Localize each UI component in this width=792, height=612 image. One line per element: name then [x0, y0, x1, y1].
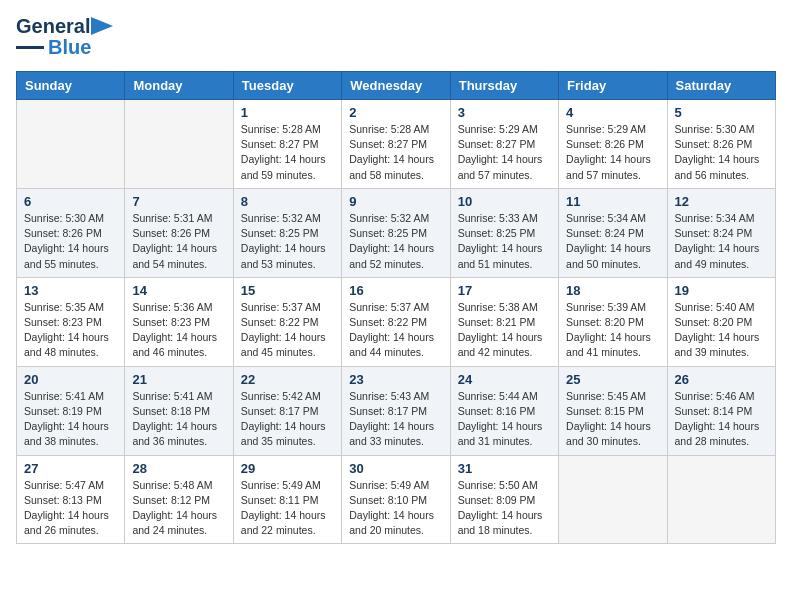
day-info: Sunrise: 5:28 AMSunset: 8:27 PMDaylight:… — [241, 122, 334, 183]
calendar-day-cell: 17Sunrise: 5:38 AMSunset: 8:21 PMDayligh… — [450, 277, 558, 366]
day-number: 1 — [241, 105, 334, 120]
day-number: 25 — [566, 372, 659, 387]
day-info: Sunrise: 5:29 AMSunset: 8:26 PMDaylight:… — [566, 122, 659, 183]
day-info: Sunrise: 5:46 AMSunset: 8:14 PMDaylight:… — [675, 389, 768, 450]
day-number: 15 — [241, 283, 334, 298]
column-header-friday: Friday — [559, 72, 667, 100]
calendar-day-cell: 16Sunrise: 5:37 AMSunset: 8:22 PMDayligh… — [342, 277, 450, 366]
day-info: Sunrise: 5:41 AMSunset: 8:18 PMDaylight:… — [132, 389, 225, 450]
calendar-day-cell: 4Sunrise: 5:29 AMSunset: 8:26 PMDaylight… — [559, 100, 667, 189]
calendar-day-cell: 2Sunrise: 5:28 AMSunset: 8:27 PMDaylight… — [342, 100, 450, 189]
calendar-day-cell — [125, 100, 233, 189]
calendar-day-cell — [559, 455, 667, 544]
calendar-day-cell: 24Sunrise: 5:44 AMSunset: 8:16 PMDayligh… — [450, 366, 558, 455]
day-number: 2 — [349, 105, 442, 120]
calendar-week-row: 27Sunrise: 5:47 AMSunset: 8:13 PMDayligh… — [17, 455, 776, 544]
logo-icon — [91, 17, 113, 35]
day-number: 19 — [675, 283, 768, 298]
logo-blue: Blue — [48, 36, 91, 59]
calendar-day-cell: 3Sunrise: 5:29 AMSunset: 8:27 PMDaylight… — [450, 100, 558, 189]
day-number: 26 — [675, 372, 768, 387]
day-info: Sunrise: 5:48 AMSunset: 8:12 PMDaylight:… — [132, 478, 225, 539]
calendar-day-cell — [17, 100, 125, 189]
day-info: Sunrise: 5:45 AMSunset: 8:15 PMDaylight:… — [566, 389, 659, 450]
day-info: Sunrise: 5:44 AMSunset: 8:16 PMDaylight:… — [458, 389, 551, 450]
column-header-sunday: Sunday — [17, 72, 125, 100]
day-number: 23 — [349, 372, 442, 387]
day-info: Sunrise: 5:35 AMSunset: 8:23 PMDaylight:… — [24, 300, 117, 361]
day-number: 17 — [458, 283, 551, 298]
svg-marker-0 — [91, 17, 113, 35]
day-number: 24 — [458, 372, 551, 387]
calendar-day-cell: 6Sunrise: 5:30 AMSunset: 8:26 PMDaylight… — [17, 188, 125, 277]
calendar-day-cell: 15Sunrise: 5:37 AMSunset: 8:22 PMDayligh… — [233, 277, 341, 366]
column-header-monday: Monday — [125, 72, 233, 100]
day-info: Sunrise: 5:38 AMSunset: 8:21 PMDaylight:… — [458, 300, 551, 361]
calendar-day-cell: 22Sunrise: 5:42 AMSunset: 8:17 PMDayligh… — [233, 366, 341, 455]
day-number: 27 — [24, 461, 117, 476]
day-info: Sunrise: 5:34 AMSunset: 8:24 PMDaylight:… — [566, 211, 659, 272]
logo-general: General — [16, 16, 90, 36]
calendar-day-cell: 23Sunrise: 5:43 AMSunset: 8:17 PMDayligh… — [342, 366, 450, 455]
day-number: 21 — [132, 372, 225, 387]
day-number: 9 — [349, 194, 442, 209]
day-info: Sunrise: 5:34 AMSunset: 8:24 PMDaylight:… — [675, 211, 768, 272]
day-info: Sunrise: 5:49 AMSunset: 8:10 PMDaylight:… — [349, 478, 442, 539]
column-header-wednesday: Wednesday — [342, 72, 450, 100]
day-number: 31 — [458, 461, 551, 476]
day-info: Sunrise: 5:30 AMSunset: 8:26 PMDaylight:… — [24, 211, 117, 272]
day-info: Sunrise: 5:36 AMSunset: 8:23 PMDaylight:… — [132, 300, 225, 361]
calendar-day-cell: 28Sunrise: 5:48 AMSunset: 8:12 PMDayligh… — [125, 455, 233, 544]
day-number: 10 — [458, 194, 551, 209]
day-number: 22 — [241, 372, 334, 387]
day-number: 11 — [566, 194, 659, 209]
day-number: 28 — [132, 461, 225, 476]
day-info: Sunrise: 5:43 AMSunset: 8:17 PMDaylight:… — [349, 389, 442, 450]
day-info: Sunrise: 5:29 AMSunset: 8:27 PMDaylight:… — [458, 122, 551, 183]
day-info: Sunrise: 5:49 AMSunset: 8:11 PMDaylight:… — [241, 478, 334, 539]
column-header-tuesday: Tuesday — [233, 72, 341, 100]
calendar-day-cell: 10Sunrise: 5:33 AMSunset: 8:25 PMDayligh… — [450, 188, 558, 277]
day-info: Sunrise: 5:50 AMSunset: 8:09 PMDaylight:… — [458, 478, 551, 539]
calendar-day-cell: 19Sunrise: 5:40 AMSunset: 8:20 PMDayligh… — [667, 277, 775, 366]
day-number: 12 — [675, 194, 768, 209]
day-info: Sunrise: 5:47 AMSunset: 8:13 PMDaylight:… — [24, 478, 117, 539]
calendar-day-cell: 18Sunrise: 5:39 AMSunset: 8:20 PMDayligh… — [559, 277, 667, 366]
calendar-day-cell: 11Sunrise: 5:34 AMSunset: 8:24 PMDayligh… — [559, 188, 667, 277]
day-number: 20 — [24, 372, 117, 387]
day-info: Sunrise: 5:28 AMSunset: 8:27 PMDaylight:… — [349, 122, 442, 183]
day-info: Sunrise: 5:40 AMSunset: 8:20 PMDaylight:… — [675, 300, 768, 361]
day-info: Sunrise: 5:33 AMSunset: 8:25 PMDaylight:… — [458, 211, 551, 272]
calendar-day-cell: 7Sunrise: 5:31 AMSunset: 8:26 PMDaylight… — [125, 188, 233, 277]
calendar-day-cell: 8Sunrise: 5:32 AMSunset: 8:25 PMDaylight… — [233, 188, 341, 277]
calendar-day-cell: 31Sunrise: 5:50 AMSunset: 8:09 PMDayligh… — [450, 455, 558, 544]
day-info: Sunrise: 5:41 AMSunset: 8:19 PMDaylight:… — [24, 389, 117, 450]
calendar-day-cell: 9Sunrise: 5:32 AMSunset: 8:25 PMDaylight… — [342, 188, 450, 277]
day-number: 14 — [132, 283, 225, 298]
calendar-day-cell — [667, 455, 775, 544]
calendar-week-row: 1Sunrise: 5:28 AMSunset: 8:27 PMDaylight… — [17, 100, 776, 189]
calendar-day-cell: 27Sunrise: 5:47 AMSunset: 8:13 PMDayligh… — [17, 455, 125, 544]
day-info: Sunrise: 5:31 AMSunset: 8:26 PMDaylight:… — [132, 211, 225, 272]
day-info: Sunrise: 5:32 AMSunset: 8:25 PMDaylight:… — [241, 211, 334, 272]
day-info: Sunrise: 5:32 AMSunset: 8:25 PMDaylight:… — [349, 211, 442, 272]
day-number: 30 — [349, 461, 442, 476]
day-info: Sunrise: 5:42 AMSunset: 8:17 PMDaylight:… — [241, 389, 334, 450]
calendar-day-cell: 13Sunrise: 5:35 AMSunset: 8:23 PMDayligh… — [17, 277, 125, 366]
calendar-day-cell: 14Sunrise: 5:36 AMSunset: 8:23 PMDayligh… — [125, 277, 233, 366]
day-info: Sunrise: 5:37 AMSunset: 8:22 PMDaylight:… — [241, 300, 334, 361]
day-number: 3 — [458, 105, 551, 120]
day-number: 4 — [566, 105, 659, 120]
calendar-week-row: 20Sunrise: 5:41 AMSunset: 8:19 PMDayligh… — [17, 366, 776, 455]
calendar-day-cell: 29Sunrise: 5:49 AMSunset: 8:11 PMDayligh… — [233, 455, 341, 544]
day-number: 6 — [24, 194, 117, 209]
calendar-day-cell: 25Sunrise: 5:45 AMSunset: 8:15 PMDayligh… — [559, 366, 667, 455]
day-info: Sunrise: 5:30 AMSunset: 8:26 PMDaylight:… — [675, 122, 768, 183]
calendar-week-row: 6Sunrise: 5:30 AMSunset: 8:26 PMDaylight… — [17, 188, 776, 277]
day-number: 16 — [349, 283, 442, 298]
page-header: General Blue — [16, 16, 776, 59]
day-number: 8 — [241, 194, 334, 209]
calendar-day-cell: 20Sunrise: 5:41 AMSunset: 8:19 PMDayligh… — [17, 366, 125, 455]
calendar-day-cell: 1Sunrise: 5:28 AMSunset: 8:27 PMDaylight… — [233, 100, 341, 189]
day-number: 13 — [24, 283, 117, 298]
